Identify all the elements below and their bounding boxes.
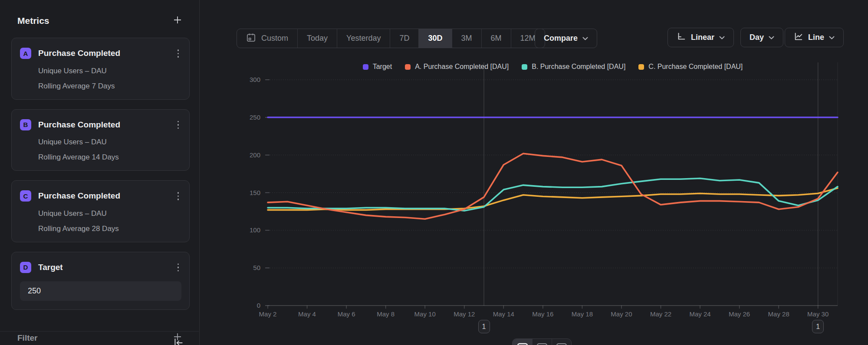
metric-title: Purchase Completed	[38, 49, 175, 58]
table-icon	[556, 343, 567, 345]
axis-scale-icon	[677, 32, 686, 43]
svg-text:May 4: May 4	[298, 310, 316, 318]
svg-text:May 26: May 26	[729, 310, 750, 318]
range-custom-button[interactable]: Custom	[237, 29, 297, 48]
svg-text:300: 300	[250, 76, 260, 83]
metric-title: Purchase Completed	[38, 191, 175, 201]
svg-text:0: 0	[257, 302, 260, 309]
metric-options-button[interactable]	[175, 118, 182, 132]
view-option-chart-button[interactable]	[513, 339, 532, 345]
line-chart[interactable]: 050100150200250300May 2May 4May 6May 8Ma…	[200, 56, 868, 345]
chevron-down-icon	[769, 33, 774, 42]
metric-card: BPurchase CompletedUnique Users – DAURol…	[11, 109, 190, 171]
view-option-rows-button[interactable]	[532, 339, 552, 345]
interval-select-button[interactable]: Day	[740, 28, 783, 47]
annotation-chip[interactable]: 1	[812, 320, 824, 333]
range-30d-button[interactable]: 30D	[418, 29, 451, 48]
target-badge: D	[20, 262, 31, 273]
metric-options-button[interactable]	[175, 189, 182, 203]
target-options-button[interactable]	[175, 261, 182, 274]
rows-icon	[536, 343, 548, 345]
sidebar-divider	[0, 331, 199, 332]
metric-badge: C	[20, 190, 31, 202]
compare-button[interactable]: Compare	[535, 29, 597, 48]
svg-text:May 22: May 22	[650, 310, 671, 318]
calendar-icon	[246, 33, 256, 45]
chevron-down-icon	[582, 34, 588, 43]
filter-section: Filter	[0, 319, 199, 345]
chevron-down-icon	[829, 33, 835, 42]
chart-type-select-button[interactable]: Line	[785, 28, 844, 47]
collapse-sidebar-button[interactable]	[173, 337, 184, 345]
filter-label: Filter	[17, 333, 37, 343]
chevron-down-icon	[719, 33, 725, 42]
chart-view-switcher	[512, 338, 572, 345]
metric-card-list: APurchase CompletedUnique Users – DAURol…	[0, 38, 199, 242]
view-option-table-button[interactable]	[552, 339, 571, 345]
date-range-control: Custom Today Yesterday 7D 30D 3M 6M 12M	[237, 29, 545, 48]
svg-text:May 24: May 24	[689, 310, 710, 318]
metric-badge: A	[20, 48, 31, 59]
svg-text:150: 150	[250, 189, 260, 196]
svg-text:May 20: May 20	[611, 310, 632, 318]
svg-text:May 2: May 2	[259, 310, 277, 318]
svg-text:May 8: May 8	[377, 310, 395, 318]
metrics-title: Metrics	[17, 16, 49, 26]
metric-measure[interactable]: Unique Users – DAU	[38, 209, 181, 218]
svg-text:100: 100	[250, 226, 260, 234]
add-metric-button[interactable]	[171, 13, 184, 28]
metric-title: Purchase Completed	[38, 120, 175, 130]
svg-text:May 12: May 12	[454, 310, 475, 318]
svg-text:May 30: May 30	[807, 310, 829, 318]
chart-panel: Custom Today Yesterday 7D 30D 3M 6M 12M …	[200, 0, 868, 345]
range-today-button[interactable]: Today	[297, 29, 337, 48]
annotation-chip[interactable]: 1	[478, 320, 490, 333]
target-value-input[interactable]	[20, 281, 181, 301]
metric-card: APurchase CompletedUnique Users – DAURol…	[11, 38, 190, 100]
collapse-left-icon	[173, 343, 184, 345]
metric-transform[interactable]: Rolling Average 28 Days	[38, 225, 181, 233]
metrics-header: Metrics	[0, 0, 199, 38]
plus-icon	[172, 15, 183, 26]
target-title: Target	[38, 263, 175, 272]
scale-select-button[interactable]: Linear	[667, 28, 734, 47]
range-yesterday-button[interactable]: Yesterday	[337, 29, 390, 48]
range-6m-button[interactable]: 6M	[481, 29, 511, 48]
svg-text:200: 200	[250, 151, 260, 159]
chart-frame-icon	[517, 343, 528, 345]
metric-transform[interactable]: Rolling Average 7 Days	[38, 82, 181, 91]
range-7d-button[interactable]: 7D	[390, 29, 418, 48]
metric-measure[interactable]: Unique Users – DAU	[38, 67, 181, 75]
metric-measure[interactable]: Unique Users – DAU	[38, 138, 181, 146]
svg-text:50: 50	[253, 264, 260, 271]
metric-transform[interactable]: Rolling Average 14 Days	[38, 153, 181, 162]
target-card: D Target	[11, 252, 190, 310]
metrics-dashboard: Metrics APurchase CompletedUnique Users …	[0, 0, 868, 345]
svg-text:May 6: May 6	[338, 310, 355, 318]
metrics-sidebar: Metrics APurchase CompletedUnique Users …	[0, 0, 200, 345]
svg-text:May 14: May 14	[493, 310, 514, 318]
svg-text:250: 250	[250, 114, 260, 121]
line-chart-icon	[794, 32, 803, 43]
svg-text:May 16: May 16	[532, 310, 553, 318]
svg-text:May 28: May 28	[768, 310, 789, 318]
svg-text:May 10: May 10	[414, 310, 436, 318]
metric-options-button[interactable]	[175, 47, 182, 60]
range-3m-button[interactable]: 3M	[452, 29, 481, 48]
metric-card: CPurchase CompletedUnique Users – DAURol…	[11, 180, 190, 242]
metric-badge: B	[20, 119, 31, 130]
svg-text:May 18: May 18	[572, 310, 593, 318]
